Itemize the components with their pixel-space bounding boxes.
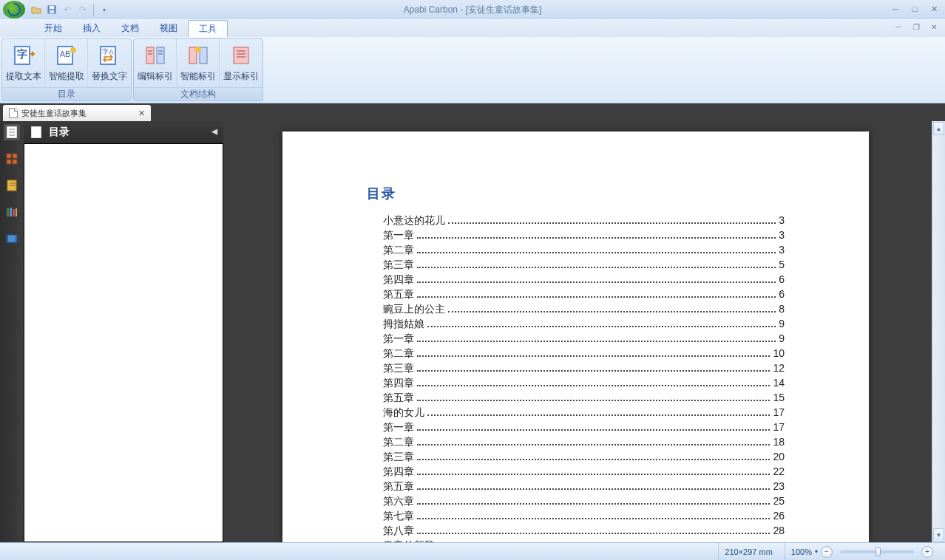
status-bar: 210×297 mm 100% ▾ − +: [0, 542, 945, 560]
toc-leader-dots: [417, 444, 770, 445]
toc-entry[interactable]: 第一章17: [367, 421, 785, 436]
toc-panel-body[interactable]: [24, 143, 223, 542]
toc-leader-dots: [417, 296, 776, 298]
toc-entry[interactable]: 第四章22: [367, 465, 785, 480]
toc-entry[interactable]: 第六章25: [367, 495, 785, 510]
side-toc-icon[interactable]: [4, 124, 20, 140]
vertical-scrollbar[interactable]: ▲ ▼: [932, 121, 945, 542]
mdi-controls: ─ ❐ ✕: [892, 22, 941, 31]
toc-entry-label: 第一章: [383, 421, 414, 434]
ribbon-button-smart-extract[interactable]: AB智能提取: [45, 39, 88, 87]
qat-save-icon[interactable]: [45, 3, 58, 16]
toc-entry[interactable]: 第五章15: [367, 392, 785, 406]
toc-entry[interactable]: 第三章5: [367, 259, 785, 273]
toc-entry[interactable]: 第二章3: [367, 244, 785, 259]
maximize-button[interactable]: □: [908, 4, 921, 13]
toc-entry[interactable]: 第三章12: [367, 362, 785, 377]
menu-item[interactable]: 文档: [111, 19, 149, 37]
toc-entry[interactable]: 第五章6: [367, 288, 785, 303]
collapse-panel-button[interactable]: ▶: [211, 129, 217, 137]
toc-entry-label: 第一章: [383, 332, 414, 346]
ribbon-button-smart-index[interactable]: 智能标引: [177, 39, 220, 87]
toc-leader-dots: [417, 518, 770, 519]
toc-entry[interactable]: 第四章14: [367, 377, 785, 392]
toc-entry-label: 第三章: [383, 259, 414, 272]
toc-entry[interactable]: 豌豆上的公主8: [367, 303, 785, 318]
toc-entry-page: 25: [773, 495, 785, 507]
toc-entry[interactable]: 第一章9: [367, 332, 785, 347]
toc-leader-dots: [417, 400, 770, 401]
zoom-in-button[interactable]: +: [921, 546, 933, 558]
mdi-restore-button[interactable]: ❐: [910, 22, 923, 31]
zoom-out-button[interactable]: −: [821, 546, 833, 558]
qat-undo-icon[interactable]: ↶: [61, 3, 74, 16]
qat-open-icon[interactable]: [30, 3, 43, 16]
menu-item[interactable]: 视图: [149, 19, 188, 37]
scroll-up-button[interactable]: ▲: [933, 122, 944, 135]
mdi-close-button[interactable]: ✕: [927, 22, 941, 31]
toc-entry[interactable]: 小意达的花儿3: [367, 214, 785, 229]
svg-rect-37: [16, 208, 17, 216]
side-thumbnails-icon[interactable]: [4, 151, 20, 167]
svg-rect-34: [7, 208, 9, 216]
page-viewport[interactable]: 目录 小意达的花儿3第一章3第二章3第三章5第四章6第五章6豌豆上的公主8拇指姑…: [223, 121, 945, 542]
page-toc-list: 小意达的花儿3第一章3第二章3第三章5第四章6第五章6豌豆上的公主8拇指姑娘9第…: [367, 214, 785, 542]
scroll-down-button[interactable]: ▼: [933, 528, 944, 542]
side-media-icon[interactable]: [4, 231, 20, 247]
minimize-button[interactable]: ─: [889, 4, 902, 13]
toc-entry-label: 第二章: [383, 436, 414, 449]
zoom-slider[interactable]: [840, 550, 914, 553]
toc-entry[interactable]: 第三章20: [367, 451, 785, 465]
close-button[interactable]: ✕: [927, 4, 941, 13]
toc-entry-label: 第三章: [383, 362, 414, 375]
scroll-track[interactable]: [932, 136, 945, 527]
toc-entry-page: 10: [773, 347, 785, 359]
toc-entry-page: 17: [773, 406, 785, 418]
svg-text:AB: AB: [59, 49, 70, 58]
menu-item[interactable]: 开始: [34, 19, 72, 37]
toc-entry[interactable]: 第七章26: [367, 510, 785, 525]
toc-entry[interactable]: 第八章28: [367, 525, 785, 539]
app-logo[interactable]: [3, 1, 25, 18]
close-tab-button[interactable]: ✕: [138, 109, 145, 118]
toc-entry[interactable]: 皇帝的新装: [367, 539, 785, 542]
toc-entry[interactable]: 第二章10: [367, 347, 785, 362]
qat-separator: [93, 4, 94, 16]
zoom-dropdown-icon[interactable]: ▾: [815, 548, 818, 555]
toc-leader-dots: [417, 488, 770, 490]
qat-customize-icon[interactable]: ▾: [98, 3, 111, 16]
menu-item[interactable]: 插入: [72, 19, 111, 37]
toc-entry-label: 第七章: [383, 510, 414, 523]
toc-entry[interactable]: 海的女儿17: [367, 406, 785, 421]
menu-item[interactable]: 工具: [188, 20, 228, 37]
toc-leader-dots: [417, 341, 776, 342]
toc-entry[interactable]: 第一章3: [367, 229, 785, 244]
toc-entry[interactable]: 第二章18: [367, 436, 785, 451]
toc-entry-page: 3: [779, 214, 785, 226]
zoom-value: 100%: [791, 547, 812, 556]
toc-entry-page: 18: [773, 436, 785, 448]
qat-redo-icon[interactable]: ↷: [76, 3, 89, 16]
document-tab[interactable]: 安徒生童话故事集 ✕: [3, 105, 151, 121]
toc-entry[interactable]: 拇指姑娘9: [367, 318, 785, 332]
mdi-minimize-button[interactable]: ─: [892, 22, 905, 31]
page-heading: 目录: [367, 185, 785, 202]
ribbon-button-extract-text[interactable]: 字提取文本: [2, 39, 45, 87]
svg-rect-11: [157, 47, 164, 64]
toc-entry-label: 第三章: [383, 451, 414, 464]
svg-rect-28: [13, 154, 17, 158]
toc-entry-page: 12: [773, 362, 785, 374]
ribbon-button-replace-text[interactable]: 字A替换文字: [88, 39, 131, 87]
document-tab-strip: 安徒生童话故事集 ✕: [0, 103, 945, 121]
ribbon-group: 编辑标引智能标引显示标引文档结构: [133, 38, 263, 101]
toc-entry[interactable]: 第四章6: [367, 273, 785, 288]
ribbon-button-edit-index[interactable]: 编辑标引: [134, 39, 177, 87]
side-bookmarks-icon[interactable]: [4, 177, 20, 194]
zoom-slider-thumb[interactable]: [875, 547, 881, 556]
side-library-icon[interactable]: [4, 204, 20, 220]
toc-entry[interactable]: 第五章23: [367, 480, 785, 495]
svg-text:字A: 字A: [102, 48, 113, 55]
toc-entry-page: 9: [779, 318, 785, 329]
ribbon-button-show-index[interactable]: 显示标引: [220, 39, 262, 87]
toc-leader-dots: [427, 326, 776, 327]
